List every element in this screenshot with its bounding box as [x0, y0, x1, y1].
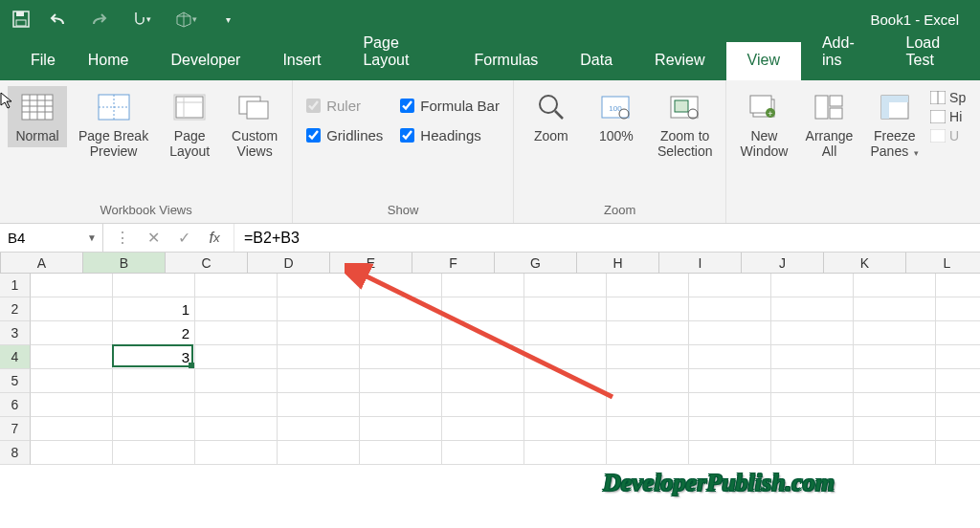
- cell-G3[interactable]: [524, 321, 607, 345]
- cell-B4[interactable]: 3: [113, 345, 195, 369]
- cell-I2[interactable]: [689, 297, 771, 321]
- chevron-down-icon[interactable]: ▼: [87, 232, 97, 243]
- row-header-6[interactable]: 6: [0, 393, 31, 417]
- cell-I6[interactable]: [689, 393, 771, 417]
- cell-I4[interactable]: [689, 345, 771, 369]
- cell-D5[interactable]: [278, 369, 360, 393]
- page-layout-button[interactable]: PageLayout: [160, 86, 219, 163]
- cell-G6[interactable]: [524, 393, 607, 417]
- cell-G4[interactable]: [524, 345, 607, 369]
- cell-C2[interactable]: [195, 297, 278, 321]
- cell-A8[interactable]: [31, 441, 113, 465]
- cell-L7[interactable]: [936, 417, 980, 441]
- cell-F2[interactable]: [442, 297, 524, 321]
- headings-checkbox[interactable]: Headings: [394, 123, 505, 147]
- zoom-100-button[interactable]: 100 100%: [587, 86, 646, 147]
- cell-H2[interactable]: [607, 297, 689, 321]
- cell-F8[interactable]: [442, 441, 524, 465]
- cell-K3[interactable]: [854, 321, 936, 345]
- cell-I3[interactable]: [689, 321, 771, 345]
- tab-data[interactable]: Data: [559, 42, 634, 80]
- row-header-7[interactable]: 7: [0, 417, 31, 441]
- tab-page-layout[interactable]: Page Layout: [342, 25, 453, 80]
- new-window-button[interactable]: + NewWindow: [734, 86, 793, 163]
- cell-F7[interactable]: [442, 417, 524, 441]
- cell-E1[interactable]: [360, 274, 442, 297]
- cell-C7[interactable]: [195, 417, 278, 441]
- cell-L1[interactable]: [936, 274, 980, 297]
- cell-L5[interactable]: [936, 369, 980, 393]
- cell-B5[interactable]: [113, 369, 195, 393]
- cell-K6[interactable]: [854, 393, 936, 417]
- column-header-K[interactable]: K: [824, 253, 906, 273]
- tab-review[interactable]: Review: [634, 42, 725, 80]
- column-header-F[interactable]: F: [412, 253, 495, 273]
- cell-E4[interactable]: [360, 345, 442, 369]
- cell-J6[interactable]: [771, 393, 854, 417]
- cell-A4[interactable]: [31, 345, 113, 369]
- cell-A7[interactable]: [31, 417, 113, 441]
- column-header-J[interactable]: J: [742, 253, 824, 273]
- cell-E5[interactable]: [360, 369, 442, 393]
- cell-H6[interactable]: [607, 393, 689, 417]
- cell-D3[interactable]: [278, 321, 360, 345]
- cell-B7[interactable]: [113, 417, 195, 441]
- cell-F6[interactable]: [442, 393, 524, 417]
- custom-views-button[interactable]: CustomViews: [225, 86, 284, 163]
- cell-I8[interactable]: [689, 441, 771, 465]
- cell-B3[interactable]: 2: [113, 321, 195, 345]
- tab-load-test[interactable]: Load Test: [885, 25, 980, 80]
- cell-J1[interactable]: [771, 274, 854, 297]
- cell-J8[interactable]: [771, 441, 854, 465]
- cell-C5[interactable]: [195, 369, 278, 393]
- 3d-maps-icon[interactable]: ▾: [172, 10, 199, 29]
- cell-D6[interactable]: [278, 393, 360, 417]
- page-break-preview-button[interactable]: Page BreakPreview: [73, 86, 154, 163]
- column-header-B[interactable]: B: [83, 253, 166, 273]
- cell-B2[interactable]: 1: [113, 297, 195, 321]
- cell-C1[interactable]: [195, 274, 278, 297]
- row-header-3[interactable]: 3: [0, 321, 31, 345]
- cell-I1[interactable]: [689, 274, 771, 297]
- row-header-8[interactable]: 8: [0, 441, 31, 465]
- freeze-panes-button[interactable]: FreezePanes ▾: [864, 86, 924, 163]
- cell-F4[interactable]: [442, 345, 524, 369]
- tab-home[interactable]: Home: [67, 42, 150, 80]
- cell-C3[interactable]: [195, 321, 278, 345]
- cell-D4[interactable]: [278, 345, 360, 369]
- column-header-L[interactable]: L: [906, 253, 980, 273]
- cell-A2[interactable]: [31, 297, 113, 321]
- cell-D7[interactable]: [278, 417, 360, 441]
- qat-customize-icon[interactable]: ▾: [218, 10, 237, 29]
- cell-D1[interactable]: [278, 274, 360, 297]
- redo-icon[interactable]: [88, 10, 107, 29]
- column-header-G[interactable]: G: [495, 253, 577, 273]
- cell-B1[interactable]: [113, 274, 195, 297]
- cell-F1[interactable]: [442, 274, 524, 297]
- cell-G5[interactable]: [524, 369, 607, 393]
- normal-view-button[interactable]: Normal: [8, 86, 67, 147]
- zoom-to-selection-button[interactable]: Zoom toSelection: [652, 86, 719, 163]
- column-header-I[interactable]: I: [659, 253, 742, 273]
- cell-J7[interactable]: [771, 417, 854, 441]
- cell-A5[interactable]: [31, 369, 113, 393]
- column-header-A[interactable]: A: [1, 253, 83, 273]
- cell-K4[interactable]: [854, 345, 936, 369]
- cell-E3[interactable]: [360, 321, 442, 345]
- row-header-5[interactable]: 5: [0, 369, 31, 393]
- row-header-4[interactable]: 4: [0, 345, 31, 369]
- cell-H4[interactable]: [607, 345, 689, 369]
- tab-formulas[interactable]: Formulas: [454, 42, 560, 80]
- tab-insert[interactable]: Insert: [261, 42, 342, 80]
- cell-H7[interactable]: [607, 417, 689, 441]
- cell-H8[interactable]: [607, 441, 689, 465]
- cell-G8[interactable]: [524, 441, 607, 465]
- cell-F5[interactable]: [442, 369, 524, 393]
- gridlines-checkbox[interactable]: Gridlines: [301, 123, 389, 147]
- cell-L6[interactable]: [936, 393, 980, 417]
- cancel-formula-button[interactable]: ✕: [138, 229, 168, 247]
- cell-L8[interactable]: [936, 441, 980, 465]
- insert-function-button[interactable]: fx: [199, 230, 230, 247]
- formula-bar[interactable]: =B2+B3: [234, 224, 980, 252]
- cell-L2[interactable]: [936, 297, 980, 321]
